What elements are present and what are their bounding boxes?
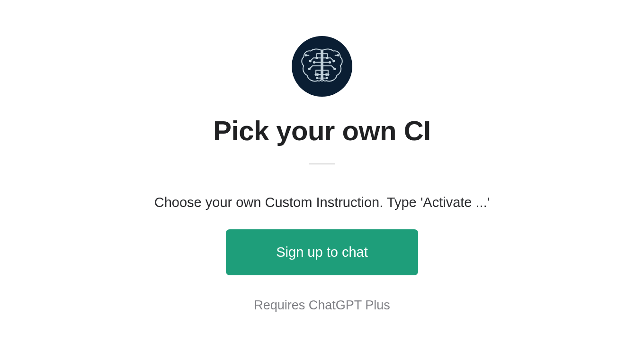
svg-point-4: [309, 68, 310, 70]
svg-point-6: [317, 74, 318, 75]
svg-point-16: [316, 77, 318, 79]
svg-point-2: [310, 60, 311, 62]
svg-point-14: [338, 54, 339, 56]
title-divider: [309, 163, 335, 164]
svg-point-10: [329, 62, 331, 63]
svg-point-11: [334, 68, 335, 70]
svg-point-9: [333, 60, 334, 62]
signup-button[interactable]: Sign up to chat: [226, 229, 418, 275]
svg-point-3: [313, 62, 315, 63]
svg-point-13: [326, 74, 327, 75]
requirement-note: Requires ChatGPT Plus: [254, 298, 390, 313]
page-title: Pick your own CI: [213, 115, 430, 146]
svg-point-7: [305, 54, 306, 56]
brain-circuit-icon: [300, 47, 344, 86]
gpt-avatar: [292, 36, 352, 97]
gpt-description: Choose your own Custom Instruction. Type…: [154, 195, 490, 210]
svg-point-15: [326, 77, 328, 79]
